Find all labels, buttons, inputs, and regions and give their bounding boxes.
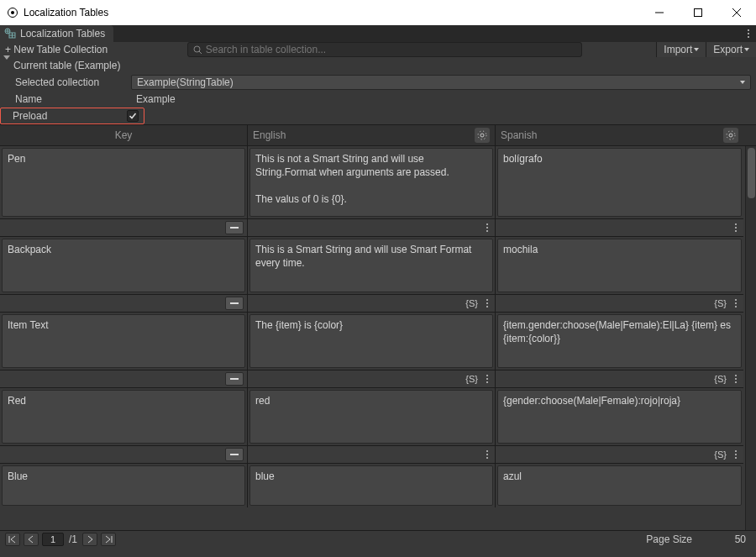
locale-settings-button[interactable]	[475, 128, 490, 143]
cell-menu-button[interactable]	[483, 375, 491, 383]
table-row: Item Text The {item} is {color} {S} {ite…	[0, 313, 756, 388]
key-cell-footer	[0, 370, 247, 388]
window-title: Localization Tables	[24, 7, 108, 18]
lang-cell-footer: {S}	[496, 294, 743, 313]
smart-string-badge: {S}	[465, 374, 478, 384]
tab-overflow-menu[interactable]	[741, 25, 756, 42]
cell-menu-button[interactable]	[483, 223, 491, 232]
smart-string-badge: {S}	[714, 449, 727, 460]
spanish-field[interactable]: {gender:choose(Male|Female):rojo|roja}	[497, 390, 742, 444]
key-field[interactable]: Backpack	[2, 239, 245, 292]
remove-entry-button[interactable]	[225, 297, 244, 310]
close-button[interactable]	[717, 0, 756, 25]
name-label: Name	[13, 93, 131, 105]
locale-settings-button[interactable]	[723, 128, 738, 143]
svg-point-17	[727, 131, 735, 139]
svg-rect-3	[695, 9, 702, 17]
new-table-collection-button[interactable]: + New Table Collection	[0, 42, 113, 57]
search-input[interactable]	[206, 44, 576, 55]
key-cell-footer	[0, 218, 247, 237]
pager: 1 /1 Page Size 50	[0, 530, 756, 547]
english-field[interactable]: blue	[249, 465, 493, 506]
key-cell: Pen	[0, 146, 248, 237]
selected-collection-label: Selected collection	[13, 76, 131, 88]
tab-localization-tables[interactable]: Localization Tables	[0, 25, 113, 42]
lang-cell-footer	[496, 218, 743, 237]
key-cell-footer	[0, 294, 247, 313]
column-header-spanish[interactable]: Spanish	[496, 125, 743, 145]
table-row: Blue blue azul	[0, 464, 756, 507]
spanish-cell: {item.gender:choose(Male|Female):El|La} …	[496, 313, 743, 388]
export-button[interactable]: Export	[706, 42, 756, 57]
prev-page-button[interactable]	[24, 533, 39, 546]
column-header-key[interactable]: Key	[0, 125, 248, 145]
lang-cell-footer: {S}	[248, 294, 495, 313]
maximize-button[interactable]	[679, 0, 717, 25]
page-total: /1	[67, 533, 79, 545]
lang-cell-footer	[248, 218, 495, 237]
next-page-button[interactable]	[82, 533, 97, 546]
cell-menu-button[interactable]	[732, 223, 740, 232]
caret-down-icon	[744, 48, 749, 51]
minimize-button[interactable]	[640, 0, 679, 25]
english-field[interactable]: This is a Smart String and will use Smar…	[249, 239, 493, 292]
preload-checkbox[interactable]	[127, 110, 139, 122]
spanish-field[interactable]: mochila	[497, 239, 742, 292]
cell-menu-button[interactable]	[732, 375, 740, 383]
cell-menu-button[interactable]	[732, 450, 740, 459]
spanish-field[interactable]: {item.gender:choose(Male|Female):El|La} …	[497, 314, 742, 368]
spanish-cell: {gender:choose(Male|Female):rojo|roja} {…	[496, 388, 743, 464]
key-field[interactable]: Red	[2, 390, 245, 444]
lang-cell-footer	[248, 445, 495, 464]
toolbar: + New Table Collection Import Export	[0, 42, 756, 57]
english-field[interactable]: This is not a Smart String and will use …	[249, 148, 493, 217]
import-button[interactable]: Import	[656, 42, 706, 57]
svg-point-16	[729, 134, 732, 137]
column-headers: Key English Spanish	[0, 124, 756, 146]
english-cell: This is not a Smart String and will use …	[248, 146, 496, 237]
english-cell: The {item} is {color} {S}	[248, 313, 496, 388]
search-box[interactable]	[187, 42, 582, 57]
english-cell: This is a Smart String and will use Smar…	[248, 237, 496, 313]
smart-string-badge: {S}	[714, 298, 727, 308]
vertical-scrollbar[interactable]	[745, 146, 756, 530]
page-number-input[interactable]: 1	[42, 533, 64, 546]
svg-point-15	[478, 131, 486, 139]
key-field[interactable]: Pen	[2, 148, 245, 217]
table-row: Pen This is not a Smart String and will …	[0, 146, 756, 237]
preload-label: Preload	[11, 110, 127, 122]
column-header-english[interactable]: English	[248, 125, 496, 145]
table-area: Key English Spanish Pen This is not a Sm…	[0, 124, 756, 530]
foldout-icon	[3, 55, 10, 71]
remove-entry-button[interactable]	[225, 372, 244, 386]
english-field[interactable]: The {item} is {color}	[249, 314, 493, 368]
first-page-button[interactable]	[5, 533, 20, 546]
cell-menu-button[interactable]	[483, 450, 491, 459]
table-properties: Current table (Example) Selected collect…	[0, 57, 756, 124]
cell-menu-button[interactable]	[732, 299, 740, 307]
selected-collection-value: Example(StringTable)	[137, 76, 234, 88]
spanish-field[interactable]: azul	[497, 465, 742, 506]
key-field[interactable]: Item Text	[2, 314, 245, 368]
remove-entry-button[interactable]	[225, 221, 244, 234]
spanish-field[interactable]: bolígrafo	[497, 148, 742, 217]
page-size-value[interactable]: 50	[701, 533, 751, 545]
lang-cell-footer: {S}	[496, 445, 743, 464]
last-page-button[interactable]	[101, 533, 116, 546]
selected-collection-dropdown[interactable]: Example(StringTable)	[131, 75, 751, 90]
key-cell: Blue	[0, 464, 248, 507]
tabstrip: Localization Tables	[0, 25, 756, 42]
table-row: Backpack This is a Smart String and will…	[0, 237, 756, 313]
english-cell: red	[248, 388, 496, 464]
remove-entry-button[interactable]	[225, 448, 244, 461]
scrollbar-thumb[interactable]	[748, 148, 755, 198]
cell-menu-button[interactable]	[483, 299, 491, 307]
lang-cell-footer: {S}	[496, 370, 743, 388]
page-size-label: Page Size	[646, 533, 692, 545]
english-field[interactable]: red	[249, 390, 493, 444]
name-value: Example	[131, 93, 756, 105]
key-field[interactable]: Blue	[2, 465, 245, 506]
lang-cell-footer: {S}	[248, 370, 495, 388]
current-table-foldout[interactable]: Current table (Example)	[0, 57, 756, 74]
table-rows: Pen This is not a Smart String and will …	[0, 146, 756, 530]
